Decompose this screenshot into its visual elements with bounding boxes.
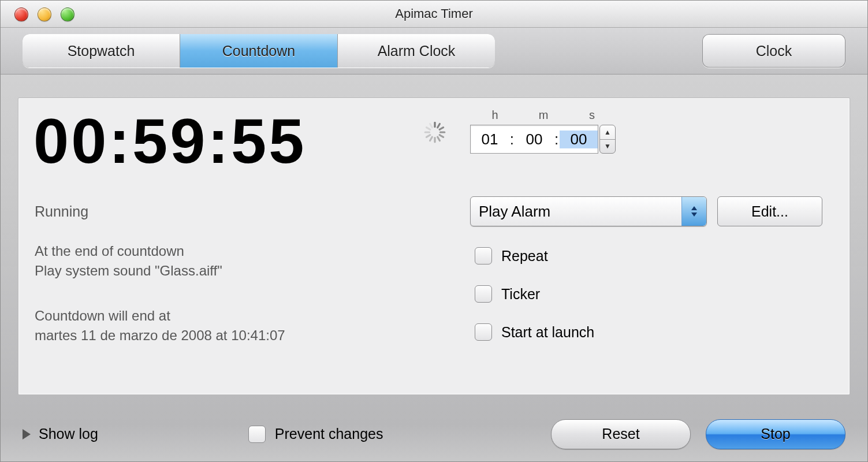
popup-arrows-icon: [681, 197, 706, 226]
tab-stopwatch[interactable]: Stopwatch: [23, 34, 180, 68]
start-at-launch-checkbox[interactable]: [475, 323, 492, 341]
app-window: Apimac Timer Stopwatch Countdown Alarm C…: [0, 0, 868, 462]
edit-button[interactable]: Edit...: [717, 196, 822, 226]
svg-line-4: [439, 135, 443, 137]
ticker-checkbox[interactable]: [475, 285, 492, 303]
end-time-line2: martes 11 de marzo de 2008 at 10:41:07: [35, 326, 285, 345]
toolbar: Stopwatch Countdown Alarm Clock Clock: [1, 28, 867, 74]
tab-countdown[interactable]: Countdown: [180, 34, 338, 68]
label-minutes: m: [535, 109, 552, 122]
end-time-line1: Countdown will end at: [35, 306, 285, 326]
end-action-line1: At the end of countdown: [35, 241, 222, 261]
svg-line-1: [438, 124, 440, 127]
titlebar: Apimac Timer: [1, 1, 867, 28]
colon-2: :: [553, 131, 560, 148]
end-action-line2: Play system sound "Glass.aiff": [35, 261, 222, 281]
reset-button[interactable]: Reset: [551, 419, 691, 449]
repeat-label: Repeat: [501, 248, 548, 264]
mode-tabs: Stopwatch Countdown Alarm Clock: [23, 34, 495, 68]
repeat-option[interactable]: Repeat: [475, 247, 548, 264]
alarm-action-popup[interactable]: Play Alarm: [470, 196, 707, 226]
minutes-cell[interactable]: 00: [515, 131, 553, 148]
spinner-icon: [423, 120, 447, 144]
clock-button[interactable]: Clock: [702, 34, 845, 68]
svg-line-2: [439, 128, 443, 130]
duration-stepper[interactable]: ▲ ▼: [599, 125, 616, 154]
ticker-option[interactable]: Ticker: [475, 285, 540, 303]
end-time-info: Countdown will end at martes 11 de marzo…: [35, 306, 285, 345]
svg-line-11: [430, 124, 433, 127]
end-action-info: At the end of countdown Play system soun…: [35, 241, 222, 281]
svg-line-7: [430, 137, 433, 140]
prevent-changes-checkbox[interactable]: [248, 426, 266, 443]
hours-cell[interactable]: 01: [471, 131, 509, 148]
seconds-cell[interactable]: 00: [560, 131, 598, 148]
svg-marker-13: [691, 213, 697, 217]
prevent-changes-option[interactable]: Prevent changes: [248, 426, 383, 443]
start-at-launch-option[interactable]: Start at launch: [475, 323, 594, 341]
stepper-up-icon[interactable]: ▲: [600, 125, 615, 140]
svg-marker-12: [691, 206, 697, 210]
stop-button[interactable]: Stop: [706, 419, 845, 449]
disclosure-triangle-icon: [23, 429, 31, 439]
alarm-action-selected: Play Alarm: [471, 203, 681, 221]
label-seconds: s: [583, 109, 601, 122]
duration-field[interactable]: 01 : 00 : 00: [470, 125, 598, 154]
window-title: Apimac Timer: [395, 6, 472, 21]
close-icon[interactable]: [14, 8, 28, 21]
stepper-down-icon[interactable]: ▼: [600, 140, 615, 154]
prevent-changes-label: Prevent changes: [275, 426, 383, 442]
traffic-lights: [14, 8, 74, 21]
tab-alarm-clock[interactable]: Alarm Clock: [338, 34, 495, 68]
ticker-label: Ticker: [501, 286, 540, 303]
start-at-launch-label: Start at launch: [501, 324, 594, 341]
status-text: Running: [35, 203, 88, 220]
show-log-label: Show log: [39, 426, 98, 442]
footer: Show log Prevent changes Reset Stop: [1, 407, 867, 461]
zoom-icon[interactable]: [61, 8, 74, 21]
svg-line-5: [438, 137, 440, 140]
content-panel: 00:59:55 Running: [18, 98, 850, 395]
minimize-icon[interactable]: [38, 8, 51, 21]
colon-1: :: [509, 131, 515, 148]
svg-line-8: [426, 135, 430, 137]
repeat-checkbox[interactable]: [475, 247, 492, 264]
countdown-display: 00:59:55: [33, 104, 306, 177]
hms-labels: h m s: [486, 109, 601, 122]
svg-line-10: [426, 128, 430, 130]
label-hours: h: [486, 109, 504, 122]
show-log-toggle[interactable]: Show log: [23, 426, 98, 442]
